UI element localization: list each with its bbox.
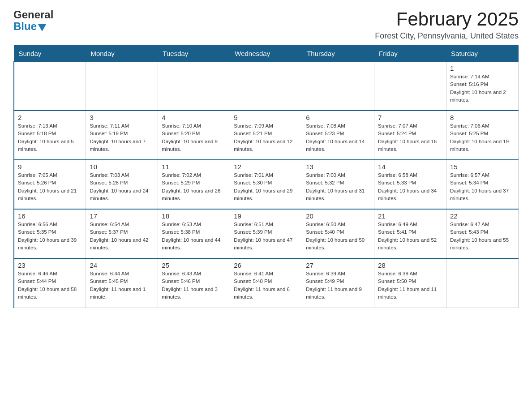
calendar-cell: 10Sunrise: 7:03 AMSunset: 5:28 PMDayligh… (86, 160, 158, 209)
calendar-week-5: 23Sunrise: 6:46 AMSunset: 5:44 PMDayligh… (14, 258, 519, 308)
calendar-cell: 23Sunrise: 6:46 AMSunset: 5:44 PMDayligh… (14, 258, 86, 308)
calendar-cell: 9Sunrise: 7:05 AMSunset: 5:26 PMDaylight… (14, 160, 86, 209)
calendar-week-3: 9Sunrise: 7:05 AMSunset: 5:26 PMDaylight… (14, 160, 519, 209)
day-info: Sunrise: 7:06 AM (450, 122, 515, 130)
day-info: Sunset: 5:41 PM (378, 228, 442, 236)
calendar-cell: 6Sunrise: 7:08 AMSunset: 5:23 PMDaylight… (302, 111, 374, 160)
day-info: Sunrise: 6:49 AM (378, 221, 442, 228)
title-section: February 2025 Forest City, Pennsylvania,… (375, 9, 519, 41)
day-number: 24 (90, 261, 154, 269)
calendar-cell: 1Sunrise: 7:14 AMSunset: 5:16 PMDaylight… (446, 61, 519, 111)
day-info: Sunset: 5:25 PM (450, 130, 515, 137)
day-number: 26 (234, 261, 298, 269)
calendar-cell: 8Sunrise: 7:06 AMSunset: 5:25 PMDaylight… (446, 111, 519, 160)
day-info: Daylight: 11 hours and 3 minutes. (162, 286, 226, 301)
day-info: Daylight: 10 hours and 2 minutes. (450, 89, 515, 104)
calendar-cell (14, 61, 86, 111)
day-info: Sunrise: 7:03 AM (90, 171, 154, 179)
day-info: Daylight: 10 hours and 29 minutes. (234, 187, 298, 203)
calendar-cell: 21Sunrise: 6:49 AMSunset: 5:41 PMDayligh… (374, 209, 446, 258)
calendar-header-monday: Monday (86, 46, 158, 61)
day-info: Sunrise: 6:54 AM (90, 221, 154, 228)
calendar-cell (86, 61, 158, 111)
day-info: Sunrise: 7:00 AM (306, 171, 370, 179)
day-info: Sunrise: 6:41 AM (234, 270, 298, 278)
day-info: Daylight: 10 hours and 5 minutes. (18, 138, 82, 154)
day-info: Daylight: 10 hours and 42 minutes. (90, 236, 154, 252)
day-number: 17 (90, 212, 154, 220)
calendar-header-row: SundayMondayTuesdayWednesdayThursdayFrid… (14, 46, 519, 61)
calendar-cell: 19Sunrise: 6:51 AMSunset: 5:39 PMDayligh… (230, 209, 302, 258)
day-info: Sunset: 5:38 PM (162, 228, 226, 236)
day-info: Sunset: 5:34 PM (450, 179, 515, 187)
day-number: 4 (162, 114, 226, 121)
day-number: 15 (450, 163, 515, 171)
day-info: Daylight: 10 hours and 14 minutes. (306, 138, 370, 154)
calendar-cell: 17Sunrise: 6:54 AMSunset: 5:37 PMDayligh… (86, 209, 158, 258)
day-info: Daylight: 10 hours and 52 minutes. (378, 236, 442, 252)
day-number: 6 (306, 114, 370, 121)
day-info: Daylight: 10 hours and 55 minutes. (450, 236, 515, 252)
calendar-cell: 3Sunrise: 7:11 AMSunset: 5:19 PMDaylight… (86, 111, 158, 160)
calendar-cell: 2Sunrise: 7:13 AMSunset: 5:18 PMDaylight… (14, 111, 86, 160)
day-number: 1 (450, 64, 515, 72)
day-number: 18 (162, 212, 226, 220)
day-info: Sunset: 5:50 PM (378, 278, 442, 285)
day-number: 25 (162, 261, 226, 269)
day-info: Sunset: 5:48 PM (234, 278, 298, 285)
day-info: Sunset: 5:37 PM (90, 228, 154, 236)
day-number: 8 (450, 114, 515, 121)
day-info: Daylight: 10 hours and 16 minutes. (378, 138, 442, 154)
day-info: Sunrise: 6:56 AM (18, 221, 82, 228)
calendar-cell: 5Sunrise: 7:09 AMSunset: 5:21 PMDaylight… (230, 111, 302, 160)
calendar-cell: 14Sunrise: 6:58 AMSunset: 5:33 PMDayligh… (374, 160, 446, 209)
calendar-header-saturday: Saturday (446, 46, 519, 61)
day-info: Daylight: 10 hours and 12 minutes. (234, 138, 298, 154)
calendar-cell: 13Sunrise: 7:00 AMSunset: 5:32 PMDayligh… (302, 160, 374, 209)
calendar-header-wednesday: Wednesday (230, 46, 302, 61)
day-info: Sunrise: 6:43 AM (162, 270, 226, 278)
day-info: Sunrise: 6:44 AM (90, 270, 154, 278)
day-info: Sunset: 5:16 PM (450, 81, 515, 88)
day-info: Sunrise: 6:53 AM (162, 221, 226, 228)
day-info: Sunrise: 6:47 AM (450, 221, 515, 228)
day-info: Sunrise: 6:39 AM (306, 270, 370, 278)
calendar-cell: 18Sunrise: 6:53 AMSunset: 5:38 PMDayligh… (158, 209, 230, 258)
day-info: Sunrise: 6:51 AM (234, 221, 298, 228)
day-number: 5 (234, 114, 298, 121)
calendar-cell (374, 61, 446, 111)
day-info: Daylight: 10 hours and 9 minutes. (162, 138, 226, 154)
day-info: Sunset: 5:26 PM (18, 179, 82, 187)
calendar-cell: 22Sunrise: 6:47 AMSunset: 5:43 PMDayligh… (446, 209, 519, 258)
day-info: Daylight: 11 hours and 9 minutes. (306, 286, 370, 301)
day-info: Sunset: 5:20 PM (162, 130, 226, 137)
day-info: Daylight: 10 hours and 50 minutes. (306, 236, 370, 252)
day-info: Sunset: 5:30 PM (234, 179, 298, 187)
day-info: Sunrise: 7:14 AM (450, 73, 515, 81)
calendar-cell: 28Sunrise: 6:38 AMSunset: 5:50 PMDayligh… (374, 258, 446, 308)
day-info: Daylight: 11 hours and 1 minute. (90, 286, 154, 301)
day-info: Sunrise: 7:07 AM (378, 122, 442, 130)
day-info: Sunrise: 7:08 AM (306, 122, 370, 130)
day-info: Sunset: 5:33 PM (378, 179, 442, 187)
day-info: Sunrise: 6:46 AM (18, 270, 82, 278)
day-info: Daylight: 10 hours and 37 minutes. (450, 187, 515, 203)
day-info: Daylight: 10 hours and 19 minutes. (450, 138, 515, 154)
day-info: Daylight: 10 hours and 58 minutes. (18, 286, 82, 301)
calendar-cell: 20Sunrise: 6:50 AMSunset: 5:40 PMDayligh… (302, 209, 374, 258)
day-info: Sunset: 5:45 PM (90, 278, 154, 285)
day-number: 22 (450, 212, 515, 220)
day-number: 14 (378, 163, 442, 171)
day-info: Sunset: 5:43 PM (450, 228, 515, 236)
calendar-table: SundayMondayTuesdayWednesdayThursdayFrid… (13, 45, 519, 308)
day-number: 11 (162, 163, 226, 171)
logo-general: General (13, 9, 53, 21)
day-number: 23 (18, 261, 82, 269)
calendar-cell (230, 61, 302, 111)
calendar-week-1: 1Sunrise: 7:14 AMSunset: 5:16 PMDaylight… (14, 61, 519, 111)
day-info: Sunset: 5:29 PM (162, 179, 226, 187)
day-info: Daylight: 10 hours and 24 minutes. (90, 187, 154, 203)
calendar-cell (158, 61, 230, 111)
month-title: February 2025 (375, 9, 519, 30)
day-info: Sunrise: 7:10 AM (162, 122, 226, 130)
